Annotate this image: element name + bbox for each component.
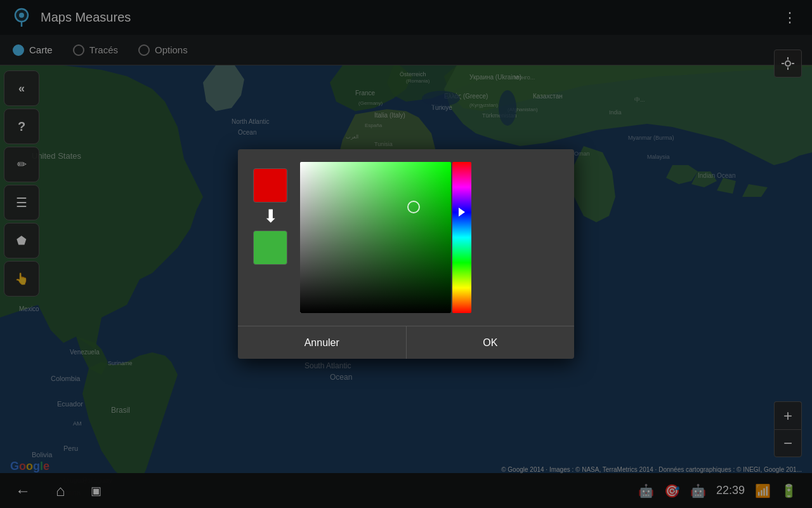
dialog-body: ⬇: [238, 149, 574, 326]
cancel-button[interactable]: Annuler: [238, 326, 407, 359]
old-color-swatch: [253, 168, 287, 203]
saturation-dark-gradient: [300, 162, 451, 313]
hue-cursor: [459, 208, 465, 217]
color-picker-area[interactable]: [300, 162, 471, 313]
new-color-swatch: [253, 231, 287, 265]
ok-button[interactable]: OK: [407, 326, 575, 359]
color-dialog: ⬇ Annuler OK: [238, 149, 574, 359]
saturation-box[interactable]: [300, 162, 451, 313]
hue-bar[interactable]: [452, 162, 471, 313]
arrow-down-icon: ⬇: [263, 208, 278, 225]
cancel-label: Annuler: [304, 337, 339, 349]
dialog-buttons: Annuler OK: [238, 326, 574, 359]
ok-label: OK: [483, 337, 497, 349]
dialog-overlay: ⬇ Annuler OK: [0, 0, 812, 508]
swatches-column: ⬇: [253, 162, 287, 265]
